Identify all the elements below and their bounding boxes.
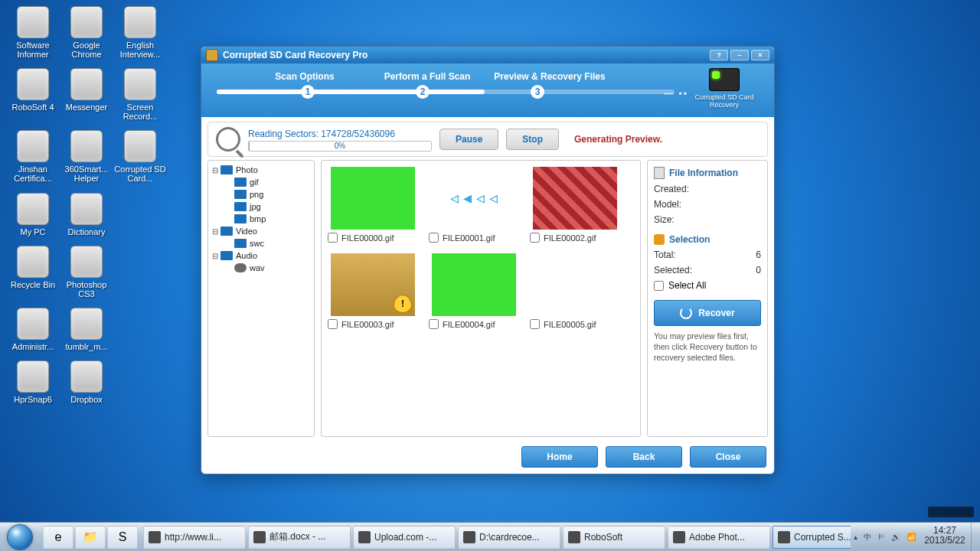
start-button[interactable] xyxy=(0,523,40,551)
file-thumbnail[interactable]: FILE00003.gif xyxy=(328,253,418,329)
desktop-icon[interactable]: RoboSoft 4 xyxy=(6,68,60,121)
file-select-checkbox[interactable] xyxy=(328,319,338,329)
thumbnail-image xyxy=(533,167,617,230)
desktop-icon[interactable]: Photoshop CS3 xyxy=(60,246,113,298)
taskbar-task[interactable]: http://www.li... xyxy=(143,526,246,549)
system-tray[interactable]: ▴ 中 🏳 🔊 📶 xyxy=(851,523,919,551)
pinned-sogou[interactable]: S xyxy=(107,526,138,549)
progress-bar xyxy=(248,141,432,152)
file-select-checkbox[interactable] xyxy=(328,233,338,243)
task-label: http://www.li... xyxy=(165,532,221,543)
desktop-icon-label: Corrupted SD Card... xyxy=(113,165,167,183)
pinned-ie[interactable]: e xyxy=(43,526,74,549)
desktop-icon-label: Messenger xyxy=(60,103,113,112)
desktop-icon-image xyxy=(70,308,103,340)
tree-leaf[interactable]: wav xyxy=(211,262,311,274)
tree-toggle-icon[interactable]: ⊟ xyxy=(211,252,219,260)
desktop-icon-label: Dictionary xyxy=(60,227,113,236)
step-2-node[interactable]: 2 xyxy=(416,85,430,99)
desktop-icon[interactable]: Dropbox xyxy=(60,360,113,404)
tray-expand-icon[interactable]: ▴ xyxy=(854,533,858,541)
back-button[interactable]: Back xyxy=(606,446,682,468)
tree-toggle-icon[interactable]: ⊟ xyxy=(211,166,219,174)
taskbar-task[interactable]: 邮箱.docx - ... xyxy=(248,526,351,549)
desktop-icon[interactable]: 360Smart... Helper xyxy=(60,130,113,183)
file-select-checkbox[interactable] xyxy=(530,319,540,329)
tree-toggle-icon[interactable]: ⊟ xyxy=(211,227,219,236)
desktop-icon[interactable]: Screen Record... xyxy=(113,68,167,121)
info-panel: File Information Created: Model: Size: S… xyxy=(647,160,768,437)
tree-node[interactable]: ⊟Audio xyxy=(211,249,311,262)
desktop-icon[interactable]: My PC xyxy=(6,193,60,236)
desktop-icons: Software InformerGoogle ChromeEnglish In… xyxy=(6,5,205,412)
tray-ime-icon[interactable]: 中 xyxy=(864,532,871,543)
tray-volume-icon[interactable]: 🔊 xyxy=(891,533,900,541)
close-button[interactable]: × xyxy=(751,50,769,60)
minimize-button[interactable]: – xyxy=(730,50,749,60)
taskbar: e 📁 S http://www.li...邮箱.docx - ...Uploa… xyxy=(0,522,980,551)
tree-leaf[interactable]: gif xyxy=(211,176,311,188)
home-button[interactable]: Home xyxy=(521,446,598,468)
tree-leaf[interactable]: png xyxy=(211,188,311,201)
desktop-icon[interactable]: HprSnap6 xyxy=(6,360,60,404)
desktop-icon[interactable]: Messenger xyxy=(60,68,113,121)
desktop-icon[interactable]: Google Chrome xyxy=(60,6,113,59)
tree-leaf[interactable]: bmp xyxy=(211,213,311,225)
file-thumbnail[interactable]: FILE00000.gif xyxy=(328,167,418,243)
file-select-checkbox[interactable] xyxy=(429,319,439,329)
desktop-icon[interactable]: tumblr_m... xyxy=(60,308,113,351)
desktop-icon[interactable]: Administr... xyxy=(6,308,60,351)
file-select-checkbox[interactable] xyxy=(429,233,439,243)
tree-leaf-label: jpg xyxy=(250,202,261,211)
taskbar-task[interactable]: Adobe Phot... xyxy=(668,526,770,549)
task-label: D:\cardrecoe... xyxy=(479,532,540,543)
desktop-icon[interactable]: Recycle Bin xyxy=(6,246,60,298)
status-text: Generating Preview. xyxy=(574,134,662,145)
taskbar-clock[interactable]: 14:27 2013/5/22 xyxy=(919,523,971,551)
desktop-icon-image xyxy=(70,6,103,38)
desktop-icon-label: Recycle Bin xyxy=(6,280,60,289)
desktop-mini-widget[interactable] xyxy=(928,507,974,517)
tree-leaf[interactable]: swc xyxy=(211,237,311,249)
help-button[interactable]: ? xyxy=(710,50,728,60)
task-icon xyxy=(149,531,161,543)
desktop-icon[interactable]: English Interview... xyxy=(113,6,167,59)
taskbar-task[interactable]: D:\cardrecoe... xyxy=(458,526,560,549)
tray-flag-icon[interactable]: 🏳 xyxy=(877,533,885,541)
tree-node[interactable]: ⊟Video xyxy=(211,225,311,237)
select-all-checkbox[interactable]: Select All xyxy=(654,280,761,291)
pause-button[interactable]: Pause xyxy=(439,129,498,150)
thumbnail-image xyxy=(533,253,617,316)
file-thumbnail[interactable]: FILE00004.gif xyxy=(429,253,519,329)
desktop-icon-label: Photoshop CS3 xyxy=(60,280,113,298)
desktop-icon[interactable]: Dictionary xyxy=(60,193,113,236)
desktop-icon[interactable]: Software Informer xyxy=(6,6,60,59)
category-tree[interactable]: ⊟Photogifpngjpgbmp⊟Videoswc⊟Audiowav xyxy=(207,160,315,437)
step-3-node[interactable]: 3 xyxy=(531,85,544,99)
desktop-icon-label: Software Informer xyxy=(6,41,60,59)
file-select-checkbox[interactable] xyxy=(530,233,540,243)
close-app-button[interactable]: Close xyxy=(690,446,766,468)
desktop-icon[interactable]: Corrupted SD Card... xyxy=(113,130,167,183)
folder-icon xyxy=(220,165,233,174)
taskbar-task[interactable]: Upload.com -... xyxy=(353,526,456,549)
taskbar-task[interactable]: RoboSoft xyxy=(563,526,665,549)
tree-node[interactable]: ⊟Photo xyxy=(211,164,311,176)
tree-leaf[interactable]: jpg xyxy=(211,201,311,213)
recover-button[interactable]: Recover xyxy=(654,300,761,326)
desktop-icon[interactable]: Jinshan Certifica... xyxy=(6,130,60,183)
tray-network-icon[interactable]: 📶 xyxy=(906,533,916,541)
taskbar-task[interactable]: Corrupted S... xyxy=(773,526,851,549)
titlebar[interactable]: Corrupted SD Card Recovery Pro ? – × xyxy=(201,47,774,64)
stop-button[interactable]: Stop xyxy=(506,129,559,150)
show-desktop-button[interactable] xyxy=(971,523,980,551)
file-thumbnail[interactable]: FILE00002.gif xyxy=(530,167,620,243)
pinned-explorer[interactable]: 📁 xyxy=(75,526,106,549)
task-icon xyxy=(778,531,790,543)
desktop-icon-image xyxy=(70,68,103,100)
task-label: Corrupted S... xyxy=(794,532,851,543)
desktop-icon-image xyxy=(17,6,49,38)
file-thumbnail[interactable]: FILE00005.gif xyxy=(530,253,620,329)
file-thumbnail[interactable]: ◃ ◂ ◃ ◃FILE00001.gif xyxy=(429,167,519,243)
step-1-node[interactable]: 1 xyxy=(301,85,315,99)
